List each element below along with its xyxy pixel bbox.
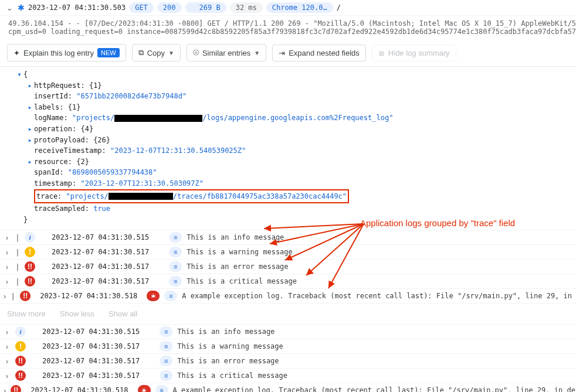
log-row[interactable]: ›!!2023-12-07 04:31:30.517≡This is a cri… bbox=[0, 368, 576, 383]
expand-icon[interactable]: › bbox=[4, 233, 11, 242]
bug-icon[interactable] bbox=[147, 291, 160, 301]
svg-line-10 bbox=[142, 391, 143, 391]
format-icon[interactable]: ≡ bbox=[160, 370, 172, 381]
expand-icon[interactable]: › bbox=[4, 342, 11, 351]
log-row[interactable]: ›!!2023-12-07 04:31:30.518≡A example exc… bbox=[0, 383, 576, 392]
log-message: This is an info message bbox=[187, 233, 284, 241]
format-icon[interactable]: ≡ bbox=[160, 326, 172, 337]
svg-line-8 bbox=[142, 389, 143, 390]
expand-icon[interactable]: › bbox=[4, 248, 11, 257]
log-timestamp: 2023-12-07 04:31:30.515 bbox=[52, 233, 149, 241]
expand-icon[interactable]: ▸ bbox=[26, 80, 34, 91]
bug-icon[interactable] bbox=[138, 385, 151, 392]
format-icon[interactable]: ≡ bbox=[169, 276, 182, 287]
log-row[interactable]: ›!2023-12-07 04:31:30.517≡This is a warn… bbox=[0, 339, 576, 353]
timestamp-value[interactable]: "2023-12-07T12:31:30.503097Z" bbox=[80, 178, 204, 189]
log-timestamp: 2023-12-07 04:31:30.517 bbox=[52, 248, 149, 256]
raw-log-text: 49.36.104.154 - - [07/Dec/2023:04:31:30 … bbox=[0, 16, 576, 39]
expand-icon[interactable]: › bbox=[4, 263, 11, 271]
collapse-icon[interactable]: ▾ bbox=[15, 69, 23, 80]
log-row[interactable]: ›|i2023-12-07 04:31:30.515≡This is an in… bbox=[0, 230, 576, 244]
log-timestamp: 2023-12-07 04:31:30.515 bbox=[42, 328, 140, 336]
svg-line-3 bbox=[154, 295, 155, 295]
severity-err-icon: !! bbox=[15, 356, 26, 366]
expand-icon[interactable]: › bbox=[4, 371, 11, 380]
log-message: This is a warning message bbox=[187, 248, 293, 256]
format-icon[interactable]: ≡ bbox=[169, 261, 182, 272]
expand-icon[interactable]: ▸ bbox=[26, 135, 34, 146]
svg-line-9 bbox=[145, 389, 146, 390]
expand-icon[interactable]: ▸ bbox=[26, 102, 34, 113]
log-row[interactable]: ›|!!2023-12-07 04:31:30.517≡This is a cr… bbox=[0, 274, 576, 288]
group-bar: | bbox=[15, 248, 20, 257]
log-row[interactable]: ›!!2023-12-07 04:31:30.517≡This is an er… bbox=[0, 353, 576, 368]
log-message: This is a critical message bbox=[177, 371, 287, 380]
browser-pill: Chrome 120.0… bbox=[266, 2, 333, 13]
http-status-pill: 200 bbox=[157, 2, 182, 13]
sparkle-icon: ✦ bbox=[13, 49, 20, 57]
format-icon[interactable]: ≡ bbox=[160, 341, 172, 352]
log-row[interactable]: ›|!!2023-12-07 04:31:30.517≡This is an e… bbox=[0, 259, 576, 274]
receive-ts-value[interactable]: "2023-12-07T12:31:30.540539025Z" bbox=[110, 145, 246, 156]
redacted-block bbox=[114, 115, 202, 122]
expand-icon[interactable]: ▸ bbox=[26, 124, 34, 135]
expand-icon[interactable]: ▸ bbox=[26, 156, 34, 168]
expand-icon[interactable]: › bbox=[4, 277, 11, 286]
severity-crit-icon: !! bbox=[25, 276, 35, 287]
group-bar: | bbox=[15, 233, 20, 242]
log-row[interactable]: ›i2023-12-07 04:31:30.515≡This is an inf… bbox=[0, 324, 576, 339]
expand-icon[interactable]: › bbox=[4, 292, 6, 301]
format-icon[interactable]: ≡ bbox=[160, 356, 172, 366]
log-message: This is an info message bbox=[177, 328, 275, 336]
format-icon[interactable]: ≡ bbox=[169, 232, 182, 243]
hide-summary-button: ≣ Hide log summary bbox=[372, 45, 456, 62]
log-message: This is an error message bbox=[187, 263, 288, 271]
show-less-link[interactable]: Show less bbox=[60, 309, 94, 318]
log-message: This is a warning message bbox=[177, 342, 283, 350]
severity-info-icon: i bbox=[25, 232, 35, 243]
expand-icon[interactable]: › bbox=[4, 357, 11, 366]
severity-err-icon: !! bbox=[25, 261, 35, 272]
similar-entries-button[interactable]: ⦾ Similar entries ▼ bbox=[187, 44, 266, 62]
latency-pill: 32 ms bbox=[230, 2, 263, 13]
severity-crit-icon: !! bbox=[20, 291, 31, 301]
log-summary-row[interactable]: ⌄ ✱ 2023-12-07 04:31:30.503 GET 200 269 … bbox=[0, 0, 576, 16]
show-all-link[interactable]: Show all bbox=[109, 309, 137, 318]
snowflake-icon: ✱ bbox=[18, 3, 25, 12]
format-icon[interactable]: ≡ bbox=[169, 247, 182, 257]
group-bar: | bbox=[15, 277, 20, 286]
log-timestamp: 2023-12-07 04:31:30.517 bbox=[42, 342, 140, 350]
svg-line-11 bbox=[145, 391, 146, 391]
explain-button[interactable]: ✦ Explain this log entry NEW bbox=[7, 44, 126, 62]
expand-nested-button[interactable]: ⇥ Expand nested fields bbox=[272, 45, 366, 62]
json-body: ▾{ ▸httpRequest: {1} insertId: "6571bb22… bbox=[0, 67, 576, 230]
target-icon: ⦾ bbox=[193, 48, 199, 57]
collapse-icon[interactable]: ⌄ bbox=[5, 4, 14, 12]
log-timestamp: 2023-12-07 04:31:30.517 bbox=[52, 263, 149, 271]
expand-icon[interactable]: › bbox=[4, 386, 6, 392]
log-timestamp: 2023-12-07 04:31:30.503 bbox=[28, 4, 126, 12]
format-icon[interactable]: ≡ bbox=[164, 291, 177, 301]
log-name-value[interactable]: "projects//logs/appengine.googleapis.com… bbox=[72, 113, 393, 124]
span-id-value[interactable]: "8698005059337794438" bbox=[68, 167, 157, 178]
severity-crit-icon: !! bbox=[15, 370, 26, 381]
trace-field-highlighted[interactable]: trace: "projects//traces/fb8817044975ac3… bbox=[34, 189, 349, 204]
log-row[interactable]: ›|!2023-12-07 04:31:30.517≡This is a war… bbox=[0, 244, 576, 259]
severity-crit-icon: !! bbox=[11, 385, 21, 392]
format-icon[interactable]: ≡ bbox=[155, 385, 168, 392]
copy-button[interactable]: ⧉ Copy ▼ bbox=[132, 44, 181, 62]
insert-id-value[interactable]: "6571bb2200082d4e73b7948d" bbox=[76, 91, 187, 102]
log-timestamp: 2023-12-07 04:31:30.517 bbox=[42, 357, 140, 365]
request-path: / bbox=[337, 4, 341, 12]
group-bar: | bbox=[15, 263, 20, 271]
expand-icon: ⇥ bbox=[279, 49, 285, 57]
expand-icon[interactable]: › bbox=[4, 328, 11, 336]
show-more-link[interactable]: Show more bbox=[7, 309, 46, 318]
log-timestamp: 2023-12-07 04:31:30.517 bbox=[52, 277, 149, 285]
log-toolbar: ✦ Explain this log entry NEW ⧉ Copy ▼ ⦾ … bbox=[0, 39, 576, 67]
log-row[interactable]: ›|!!2023-12-07 04:31:30.518≡A example ex… bbox=[0, 288, 576, 303]
log-message: This is an error message bbox=[177, 357, 279, 365]
svg-point-0 bbox=[152, 295, 155, 298]
log-message: A example exception log. Traceback (most… bbox=[173, 386, 576, 392]
trace-sampled-value[interactable]: true bbox=[93, 203, 110, 214]
